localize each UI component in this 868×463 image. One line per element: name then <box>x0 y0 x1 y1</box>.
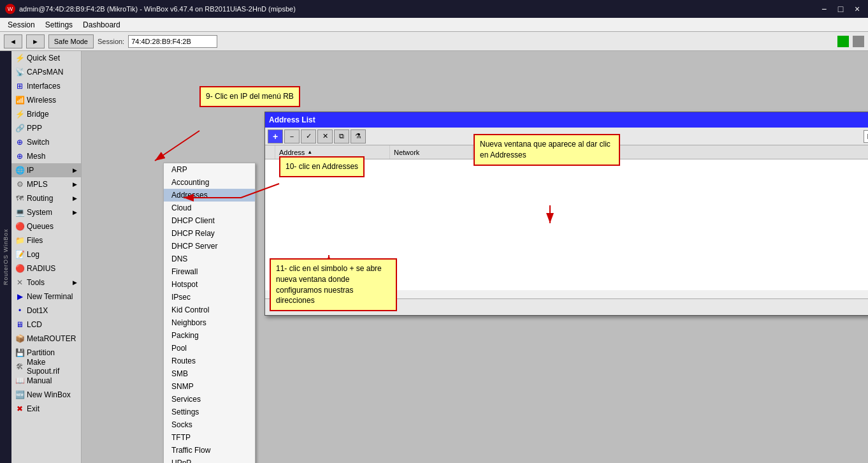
ip-submenu-services[interactable]: Services <box>164 393 255 406</box>
interfaces-icon: ⊞ <box>15 82 24 91</box>
sidebar-item-radius[interactable]: 🔴 RADIUS <box>11 261 81 276</box>
switch-icon: ⊕ <box>15 138 24 147</box>
clear-button[interactable]: ✕ <box>317 129 333 143</box>
ip-submenu-addresses[interactable]: Addresses <box>164 189 255 202</box>
sidebar-item-make-supout[interactable]: 🛠 Make Supout.rif <box>11 360 81 374</box>
ip-submenu-cloud[interactable]: Cloud <box>164 202 255 214</box>
th-network[interactable]: Network <box>390 145 473 159</box>
sidebar-item-queues[interactable]: 🔴 Queues <box>11 219 81 233</box>
ip-submenu-neighbors[interactable]: Neighbors <box>164 316 255 329</box>
ip-expand-arrow: ▶ <box>73 167 77 173</box>
close-button[interactable]: × <box>851 3 863 15</box>
routing-expand-arrow: ▶ <box>73 195 77 202</box>
quickset-icon: ⚡ <box>15 54 24 62</box>
back-button[interactable]: ◄ <box>4 34 22 48</box>
sidebar-item-mesh[interactable]: ⊕ Mesh <box>11 149 81 163</box>
queues-icon: 🔴 <box>15 222 24 231</box>
session-label: Session: <box>98 38 124 45</box>
maximize-button[interactable]: □ <box>835 3 846 15</box>
sidebar-item-tools[interactable]: ✕ Tools ▶ <box>11 276 81 290</box>
ip-submenu-kid-control[interactable]: Kid Control <box>164 304 255 316</box>
sidebar-item-capsman[interactable]: 📡 CAPsMAN <box>11 65 81 79</box>
minimize-button[interactable]: − <box>818 3 830 15</box>
sidebar-item-metarouter[interactable]: 📦 MetaROUTER <box>11 332 81 346</box>
log-icon: 📝 <box>15 250 24 259</box>
ip-submenu-socks[interactable]: Socks <box>164 418 255 431</box>
sidebar-item-interfaces[interactable]: ⊞ Interfaces <box>11 79 81 93</box>
check-button[interactable]: ✓ <box>301 129 316 143</box>
ip-submenu-smb[interactable]: SMB <box>164 367 255 380</box>
partition-icon: 💾 <box>15 348 24 357</box>
terminal-icon: ▶ <box>15 292 24 301</box>
sidebar-item-dot1x[interactable]: • Dot1X <box>11 304 81 318</box>
copy-button[interactable]: ⧉ <box>334 129 349 143</box>
ip-submenu-pool[interactable]: Pool <box>164 342 255 355</box>
tools-icon: ✕ <box>15 278 24 287</box>
ip-submenu-firewall[interactable]: Firewall <box>164 265 255 278</box>
sidebar-item-routing[interactable]: 🗺 Routing ▶ <box>11 191 81 205</box>
wireless-icon: 📶 <box>15 96 24 105</box>
mesh-icon: ⊕ <box>15 152 24 161</box>
window-controls: − □ × <box>818 3 863 15</box>
session-input[interactable] <box>128 35 217 48</box>
toolbar: ◄ ► Safe Mode Session: <box>0 32 868 51</box>
ip-submenu-dhcp-client[interactable]: DHCP Client <box>164 214 255 227</box>
ip-icon: 🌐 <box>15 166 24 175</box>
ip-submenu-accounting[interactable]: Accounting <box>164 176 255 189</box>
ip-submenu-traffic-flow[interactable]: Traffic Flow <box>164 444 255 457</box>
ip-submenu-settings[interactable]: Settings <box>164 406 255 418</box>
sidebar-item-switch[interactable]: ⊕ Switch <box>11 135 81 149</box>
new-winbox-icon: 🆕 <box>15 390 24 399</box>
sidebar-item-new-terminal[interactable]: ▶ New Terminal <box>11 290 81 304</box>
system-expand-arrow: ▶ <box>73 209 77 216</box>
files-icon: 📁 <box>15 236 24 245</box>
sidebar-item-exit[interactable]: ✖ Exit <box>11 402 81 416</box>
ip-submenu-hotspot[interactable]: Hotspot <box>164 278 255 291</box>
menu-dashboard[interactable]: Dashboard <box>78 19 126 31</box>
menu-settings[interactable]: Settings <box>40 19 78 31</box>
sidebar-item-ip[interactable]: 🌐 IP ▶ <box>11 163 81 177</box>
sidebar-item-wireless[interactable]: 📶 Wireless <box>11 93 81 107</box>
ip-submenu-dns[interactable]: DNS <box>164 253 255 265</box>
sidebar-item-files[interactable]: 📁 Files <box>11 233 81 247</box>
sidebar-item-bridge[interactable]: ⚡ Bridge <box>11 107 81 121</box>
ip-submenu-dhcp-relay[interactable]: DHCP Relay <box>164 227 255 240</box>
ip-submenu-dhcp-server[interactable]: DHCP Server <box>164 240 255 253</box>
system-icon: 💻 <box>15 208 24 217</box>
remove-address-button[interactable]: − <box>284 129 300 143</box>
sidebar-item-mpls[interactable]: ⚙ MPLS ▶ <box>11 177 81 191</box>
sidebar-item-quickset[interactable]: ⚡ Quick Set <box>11 51 81 65</box>
filter-button[interactable]: ⚗ <box>351 129 366 143</box>
connection-status-green <box>837 36 849 47</box>
sidebar-item-lcd[interactable]: 🖥 LCD <box>11 318 81 332</box>
radius-icon: 🔴 <box>15 264 24 273</box>
mpls-icon: ⚙ <box>15 180 24 189</box>
menu-session[interactable]: Session <box>3 19 40 31</box>
sidebar-item-manual[interactable]: 📖 Manual <box>11 374 81 388</box>
sidebar: RouterOS WinBox ⚡ Quick Set 📡 CAPsMAN ⊞ … <box>0 51 82 463</box>
ppp-icon: 🔗 <box>15 124 24 133</box>
mpls-expand-arrow: ▶ <box>73 181 77 187</box>
annotation-box-2: 10- clic en Addresses <box>279 156 365 177</box>
ip-submenu-upnp[interactable]: UPnP <box>164 457 255 463</box>
dot1x-icon: • <box>15 306 24 315</box>
ip-submenu-arp[interactable]: ARP <box>164 163 255 176</box>
window-title-text: Address List <box>269 115 315 124</box>
ip-submenu-ipsec[interactable]: IPsec <box>164 291 255 304</box>
find-input[interactable] <box>864 130 868 143</box>
sidebar-item-new-winbox[interactable]: 🆕 New WinBox <box>11 388 81 402</box>
sidebar-item-ppp[interactable]: 🔗 PPP <box>11 121 81 135</box>
add-address-button[interactable]: + <box>268 129 283 143</box>
sidebar-item-system[interactable]: 💻 System ▶ <box>11 205 81 219</box>
sidebar-item-log[interactable]: 📝 Log <box>11 247 81 261</box>
manual-icon: 📖 <box>15 376 24 385</box>
ip-submenu-tftp[interactable]: TFTP <box>164 431 255 444</box>
annotation-box-4: 11- clic en el simbolo + se abre nueva v… <box>270 258 397 311</box>
ip-submenu-packing[interactable]: Packing <box>164 329 255 342</box>
capsman-icon: 📡 <box>15 68 24 77</box>
safe-mode-button[interactable]: Safe Mode <box>48 34 94 48</box>
th-select <box>265 145 275 159</box>
forward-button[interactable]: ► <box>26 34 45 48</box>
ip-submenu-snmp[interactable]: SNMP <box>164 380 255 393</box>
ip-submenu-routes[interactable]: Routes <box>164 355 255 367</box>
